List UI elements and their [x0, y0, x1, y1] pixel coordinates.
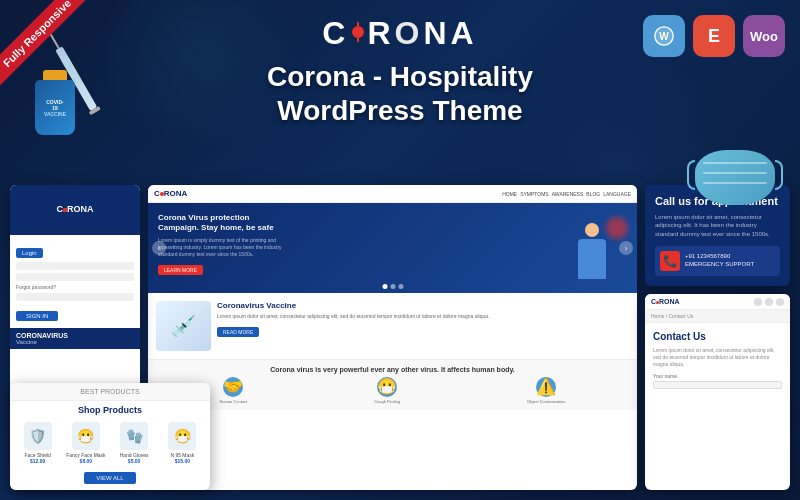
menu-icon[interactable]	[765, 298, 773, 306]
vaccine-desc: Lorem ipsum dolor sit amet, consectetur …	[217, 313, 629, 320]
website-nav: CRONA HOME SYMPTOMS AWARENESS BLOG LANGU…	[148, 185, 637, 203]
hero-section: Corona Virus protection Campaign. Stay h…	[148, 203, 637, 293]
contact-title: Contact Us	[653, 331, 782, 342]
gloves-img: 🧤	[120, 422, 148, 450]
nav-blog[interactable]: BLOG	[586, 191, 600, 197]
header: C R O NA Corona - Hospitality WordPress …	[200, 15, 600, 127]
product-list: 🛡️ Face Shield $12.00 😷 Fancy Face Mask …	[10, 418, 210, 468]
face-shield-img: 🛡️	[24, 422, 52, 450]
call-support-row: 📞 +91 1234567890 EMERGENCY SUPPORT	[655, 246, 780, 276]
object-icon: ⚠️	[536, 377, 556, 397]
object-label: Object Contamination	[527, 399, 565, 404]
dot-1[interactable]	[382, 284, 387, 289]
nav-links: HOME SYMPTOMS AWARENESS BLOG LANGUAGE	[502, 191, 631, 197]
hero-virus	[602, 213, 632, 243]
n95-img: 😷	[168, 422, 196, 450]
face-shield-price: $12.00	[16, 458, 59, 464]
breadcrumb: Home / Contact Us	[645, 310, 790, 323]
shop-view-all-button[interactable]: VIEW ALL	[84, 472, 135, 484]
main-title: Corona - Hospitality WordPress Theme	[200, 60, 600, 127]
shop-panel: BEST PRODUCTS Shop Products 🛡️ Face Shie…	[10, 383, 210, 490]
contact-logo: CRONA	[651, 298, 680, 305]
n95-price: $15.00	[161, 458, 204, 464]
name-input[interactable]	[653, 381, 782, 389]
logo-text-r: R	[367, 15, 394, 52]
nav-home[interactable]: HOME	[502, 191, 517, 197]
footer-text-line1: CORONAVIRUS	[16, 332, 134, 339]
carousel-prev[interactable]: ‹	[152, 241, 166, 255]
contact-nav-icons	[754, 298, 784, 306]
prevention-item-2: 😷 Cough Finding	[374, 377, 400, 404]
face-mask-img: 😷	[72, 422, 100, 450]
logo-virus-dot	[352, 26, 364, 38]
gloves-price: $5.00	[113, 458, 156, 464]
prevention-title: Corona virus is very powerful ever any o…	[156, 366, 629, 373]
cough-label: Cough Finding	[374, 399, 400, 404]
human-contact-label: Human Contact	[219, 399, 247, 404]
call-description: Lorem ipsum dolor sit amet, consectetur …	[655, 213, 780, 238]
signin-button[interactable]: SIGN IN	[16, 311, 58, 321]
lock-icon	[754, 298, 762, 306]
phone-icon: 📞	[660, 251, 680, 271]
phone-number[interactable]: +91 1234567890	[685, 253, 754, 261]
right-panels: Call us for appointment Lorem ipsum dolo…	[645, 185, 790, 490]
logo-text-c: C	[322, 15, 349, 52]
prevention-item-1: 🤝 Human Contact	[219, 377, 247, 404]
vaccine-section: 💉 Coronavirus Vaccine Lorem ipsum dolor …	[148, 293, 637, 359]
shop-promo: BEST PRODUCTS	[10, 383, 210, 401]
hero-description: Lorem ipsum is simply dummy text of the …	[158, 237, 298, 258]
main-website-screen: CRONA HOME SYMPTOMS AWARENESS BLOG LANGU…	[148, 185, 637, 490]
carousel-next[interactable]: ›	[619, 241, 633, 255]
wordpress-icon[interactable]: W	[643, 15, 685, 57]
logo: C R O NA	[200, 15, 600, 52]
password-input[interactable]	[16, 273, 134, 281]
extra-input[interactable]	[16, 293, 134, 301]
cart-icon[interactable]	[776, 298, 784, 306]
human-contact-icon: 🤝	[223, 377, 243, 397]
prevention-section: Corona virus is very powerful ever any o…	[148, 359, 637, 410]
mask-decoration	[695, 150, 775, 205]
ribbon-label: Fully Responsive	[0, 0, 91, 87]
face-mask-price: $8.00	[64, 458, 107, 464]
contact-description: Lorem ipsum dolor sit amet, consectetur …	[653, 347, 782, 368]
shop-title: Shop Products	[10, 401, 210, 418]
dot-2[interactable]	[390, 284, 395, 289]
svg-text:W: W	[659, 31, 669, 42]
login-button[interactable]: Login	[16, 248, 43, 258]
prevention-icons: 🤝 Human Contact 😷 Cough Finding ⚠️ Objec…	[156, 377, 629, 404]
product-face-mask: 😷 Fancy Face Mask $8.00	[64, 422, 107, 464]
product-face-shield: 🛡️ Face Shield $12.00	[16, 422, 59, 464]
footer-text-line2: Vaccine	[16, 339, 134, 345]
dot-3[interactable]	[398, 284, 403, 289]
nav-awareness[interactable]: AWARENESS	[552, 191, 584, 197]
vaccine-text: Coronavirus Vaccine Lorem ipsum dolor si…	[217, 301, 629, 338]
nav-symptoms[interactable]: SYMPTOMS	[520, 191, 549, 197]
main-title-line1: Corona - Hospitality	[267, 61, 533, 92]
nav-language[interactable]: LANGUAGE	[603, 191, 631, 197]
contact-nav: CRONA	[645, 294, 790, 310]
hero-title: Corona Virus protection Campaign. Stay h…	[158, 213, 278, 234]
login-footer: CORONAVIRUS Vaccine	[10, 328, 140, 349]
hero-button[interactable]: LEARN MORE	[158, 265, 203, 275]
contact-screen: CRONA Home / Contact Us Contact Us Lorem…	[645, 294, 790, 490]
username-input[interactable]	[16, 262, 134, 270]
logo-text-o: O	[395, 15, 424, 52]
vaccine-button[interactable]: READ MORE	[217, 327, 259, 337]
slider-dots	[382, 284, 403, 289]
vaccine-title: Coronavirus Vaccine	[217, 301, 629, 310]
forgot-link[interactable]: Forgot password?	[16, 284, 134, 290]
elementor-icon[interactable]: E	[693, 15, 735, 57]
woocommerce-icon[interactable]: Woo	[743, 15, 785, 57]
contact-content: Contact Us Lorem ipsum dolor sit amet, c…	[645, 323, 790, 397]
main-title-line2: WordPress Theme	[277, 95, 522, 126]
product-gloves: 🧤 Hand Gloves $5.00	[113, 422, 156, 464]
vaccine-image: 💉	[156, 301, 211, 351]
support-label: EMERGENCY SUPPORT	[685, 261, 754, 269]
elementor-letter: E	[708, 26, 720, 47]
product-n95: 😷 N 95 Mask $15.00	[161, 422, 204, 464]
logo-text-na: NA	[423, 15, 477, 52]
call-support-text: +91 1234567890 EMERGENCY SUPPORT	[685, 253, 754, 269]
ribbon: Fully Responsive	[0, 0, 110, 110]
cough-icon: 😷	[377, 377, 397, 397]
deco-right	[655, 70, 785, 210]
